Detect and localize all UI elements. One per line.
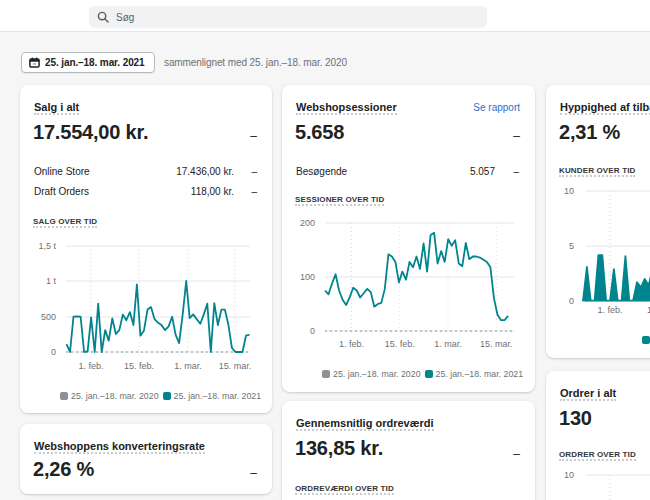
svg-text:100: 100 [300,272,315,282]
svg-text:1. feb.: 1. feb. [339,339,364,349]
svg-text:15. mar.: 15. mar. [480,339,513,349]
svg-text:10: 10 [564,186,574,196]
svg-text:1 t: 1 t [46,276,57,286]
svg-text:1. feb.: 1. feb. [78,361,103,371]
svg-text:5: 5 [569,241,574,251]
svg-text:15. mar.: 15. mar. [219,361,252,371]
svg-text:0: 0 [310,326,315,336]
svg-text:1,5 t: 1,5 t [38,241,56,251]
svg-text:15. feb.: 15. feb. [124,361,154,371]
svg-text:0: 0 [569,296,574,306]
svg-text:15. feb.: 15. feb. [385,339,415,349]
svg-text:1. mar.: 1. mar. [174,361,202,371]
svg-text:10: 10 [564,470,574,480]
svg-text:500: 500 [41,312,56,322]
svg-text:1. mar.: 1. mar. [434,339,462,349]
svg-text:0: 0 [51,347,56,357]
svg-text:1. feb.: 1. feb. [597,305,622,315]
svg-text:200: 200 [300,218,315,228]
